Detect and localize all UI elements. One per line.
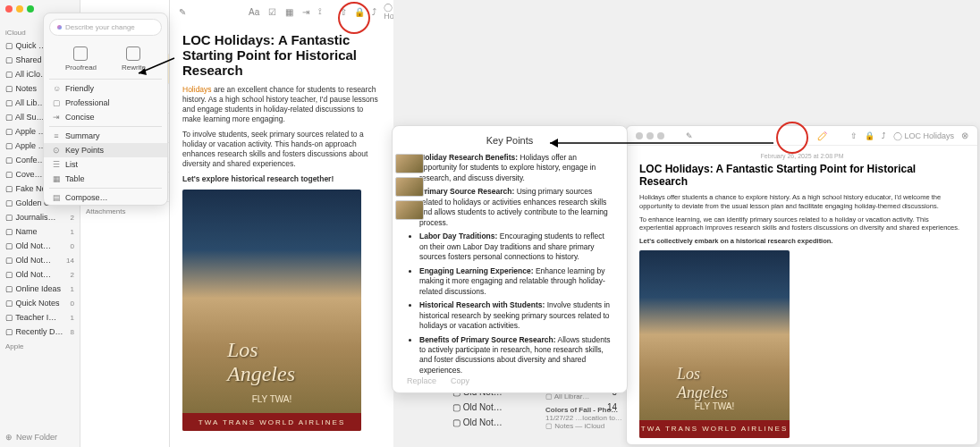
sidebar-section-apple: Apple bbox=[0, 339, 80, 352]
proofread-button[interactable]: Proofread bbox=[65, 46, 97, 72]
compose-menu-item[interactable]: ▤Compose… bbox=[44, 190, 167, 205]
sidebar-item[interactable]: ▢ Recently D…8 bbox=[0, 325, 80, 339]
note-paragraph[interactable]: To enhance learning, we can identify pri… bbox=[639, 215, 965, 233]
rewrite-button[interactable]: Rewrite bbox=[122, 46, 146, 72]
key-icon: ⊙ bbox=[53, 146, 60, 155]
sidebar-item[interactable]: ▢ Journalis…2 bbox=[0, 210, 80, 224]
key-point-item: Benefits of Primary Source Research: All… bbox=[419, 335, 612, 376]
replace-button[interactable]: Replace bbox=[407, 376, 436, 385]
compose-icon: ▤ bbox=[53, 193, 60, 202]
key-point-item: Engaging Learning Experience: Enhance le… bbox=[419, 266, 612, 297]
note-title[interactable]: LOC Holidays: A Fantastic Starting Point… bbox=[182, 32, 381, 78]
sidebar-item[interactable]: ▢ Old Not…2 bbox=[0, 267, 80, 282]
note-editor: ✎ Aa ☑ ▦ ⇥ ⟟ ⇧ 🔒 ⤴ ◯ LOC Holidays ⊗ LOC … bbox=[170, 0, 393, 447]
collaborate-icon[interactable]: ⇧ bbox=[850, 131, 858, 140]
writing-tools-popup: Describe your change Proofread Rewrite ☺… bbox=[43, 13, 168, 206]
list-icon: ☰ bbox=[53, 160, 60, 169]
thumbnail[interactable] bbox=[395, 200, 424, 220]
new-folder-button[interactable]: ⊕ New Folder bbox=[5, 433, 57, 442]
lock-icon[interactable]: 🔒 bbox=[865, 131, 874, 140]
editor-toolbar: ✎ Aa ☑ ▦ ⇥ ⟟ ⇧ 🔒 ⤴ ◯ LOC Holidays ⊗ bbox=[170, 2, 393, 21]
thumbnail[interactable] bbox=[395, 177, 424, 197]
notes-window-right: ✎ ⇧ 🔒 ⤴ ◯ LOC Holidays ⊗ February 26, 20… bbox=[626, 125, 978, 445]
doc-icon: ≡ bbox=[53, 131, 60, 140]
arrows-icon: ⇥ bbox=[53, 113, 60, 122]
note-paragraph[interactable]: To involve students, seek primary source… bbox=[182, 130, 381, 169]
format-key-points[interactable]: ⊙Key Points bbox=[44, 143, 167, 157]
sidebar-item[interactable]: ▢ Old Not…14 bbox=[0, 253, 80, 267]
share-icon[interactable]: ⤴ bbox=[882, 131, 886, 140]
ai-prompt-input[interactable]: Describe your change bbox=[49, 19, 162, 36]
note-date: February 26, 2025 at 2:08 PM bbox=[639, 153, 965, 159]
photo-icon[interactable]: ⟟ bbox=[318, 6, 322, 17]
key-point-item: Holiday Research Benefits: Holidays offe… bbox=[419, 153, 612, 183]
format-list[interactable]: ☰List bbox=[44, 157, 167, 172]
note-paragraph[interactable]: Holidays are an excellent chance for stu… bbox=[182, 85, 381, 124]
table-icon: ▦ bbox=[53, 174, 60, 183]
tone-professional[interactable]: ▢Professional bbox=[44, 96, 167, 110]
proofread-icon bbox=[73, 46, 88, 61]
sidebar-item[interactable]: ▢ Teacher I…1 bbox=[0, 310, 80, 325]
checklist-icon[interactable]: ☑ bbox=[268, 7, 276, 17]
tone-friendly[interactable]: ☺Friendly bbox=[44, 81, 167, 96]
note-paragraph[interactable]: Let's explore historical research togeth… bbox=[182, 174, 381, 184]
note-tag[interactable]: ◯ LOC Holidays bbox=[384, 3, 393, 21]
rewrite-icon bbox=[126, 46, 140, 61]
table-icon[interactable]: ▦ bbox=[285, 7, 293, 17]
smile-icon: ☺ bbox=[53, 84, 60, 93]
sidebar-item[interactable]: ▢ Old Not…0 bbox=[0, 239, 80, 253]
share-icon[interactable]: ⤴ bbox=[372, 7, 376, 17]
window-controls[interactable] bbox=[5, 5, 34, 13]
format-table[interactable]: ▦Table bbox=[44, 172, 167, 186]
font-icon[interactable]: Aa bbox=[249, 7, 259, 17]
ai-writing-tools-icon[interactable] bbox=[816, 130, 829, 142]
poster-image: Los Angeles FLY TWA! TWA TRANS WORLD AIR… bbox=[182, 190, 361, 431]
tag-close-icon[interactable]: ⊗ bbox=[961, 131, 968, 140]
sidebar-item[interactable]: ▢ Name1 bbox=[0, 224, 80, 239]
sidebar-item[interactable]: ▢ Online Ideas1 bbox=[0, 282, 80, 296]
note-title[interactable]: LOC Holidays: A Fantastic Starting Point… bbox=[639, 163, 965, 188]
compose-icon[interactable]: ✎ bbox=[686, 131, 693, 140]
sidebar-item[interactable]: ▢ Quick Notes0 bbox=[0, 296, 80, 310]
collaborate-icon[interactable]: ⇧ bbox=[340, 7, 347, 17]
key-points-list: Holiday Research Benefits: Holidays offe… bbox=[407, 153, 612, 375]
key-points-title: Key Points bbox=[407, 135, 612, 146]
format-summary[interactable]: ≡Summary bbox=[44, 129, 167, 143]
key-point-item: Primary Source Research: Using primary s… bbox=[419, 187, 612, 228]
key-point-item: Historical Research with Students: Invol… bbox=[419, 300, 612, 331]
tone-concise[interactable]: ⇥Concise bbox=[44, 110, 167, 124]
briefcase-icon: ▢ bbox=[53, 98, 60, 107]
copy-button[interactable]: Copy bbox=[451, 376, 469, 385]
editor-toolbar: ✎ ⇧ 🔒 ⤴ ◯ LOC Holidays ⊗ bbox=[627, 126, 977, 146]
compose-icon[interactable]: ✎ bbox=[179, 7, 186, 17]
ai-dot-icon bbox=[57, 25, 62, 30]
note-paragraph[interactable]: Let's collectively embark on a historica… bbox=[639, 237, 965, 246]
note-tag[interactable]: ◯ LOC Holidays bbox=[893, 131, 954, 140]
note-paragraph[interactable]: Holidays offer students a chance to expl… bbox=[639, 193, 965, 211]
key-point-item: Labor Day Traditions: Encouraging studen… bbox=[419, 232, 612, 262]
thumbnail[interactable] bbox=[395, 154, 424, 173]
link-icon[interactable]: ⇥ bbox=[302, 7, 309, 17]
thumbnail-strip bbox=[395, 154, 427, 220]
poster-image: Los Angeles FLY TWA! TWA TRANS WORLD AIR… bbox=[639, 250, 790, 438]
lock-icon[interactable]: 🔒 bbox=[354, 7, 365, 17]
